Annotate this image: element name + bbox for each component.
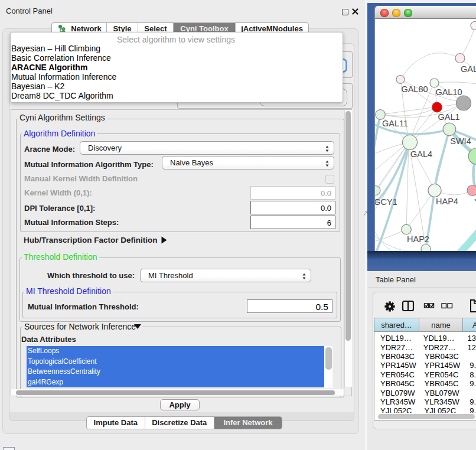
svg-text:GAL1: GAL1 xyxy=(438,112,459,122)
svg-text:GCY1: GCY1 xyxy=(375,197,397,207)
svg-text:GAL10: GAL10 xyxy=(435,87,462,97)
svg-text:HAP2: HAP2 xyxy=(407,234,429,244)
svg-text:GAL11: GAL11 xyxy=(382,119,408,128)
svg-text:GAL: GAL xyxy=(461,64,476,74)
svg-text:GAL80: GAL80 xyxy=(401,84,428,94)
svg-text:GAL4: GAL4 xyxy=(410,149,432,159)
svg-text:SWI4: SWI4 xyxy=(450,136,471,146)
svg-text:HAP4: HAP4 xyxy=(436,197,458,206)
